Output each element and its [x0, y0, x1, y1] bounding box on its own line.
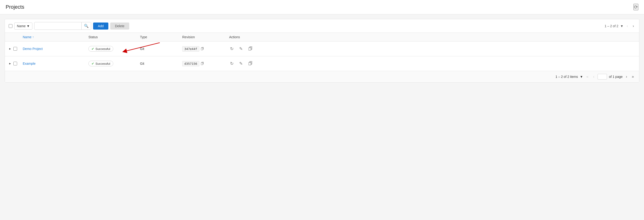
table-container: Name ▼ 🔍 Add Delete 1 – 2 of 2 ▼ ‹ ›: [5, 19, 639, 82]
header-name[interactable]: Name ↑: [23, 35, 88, 39]
header-status: Status: [88, 35, 140, 39]
filter-dropdown[interactable]: Name ▼: [14, 22, 32, 30]
row-expander-cell: ►: [9, 47, 23, 51]
check-circle-icon: ✔: [92, 47, 94, 51]
page-wrapper: Projects ⟳ Name ▼ 🔍 Add Delete 1 – 2 of …: [0, 0, 644, 87]
next-page-button-bottom[interactable]: ›: [624, 74, 628, 79]
page-title: Projects: [6, 4, 24, 10]
clone-button[interactable]: 🗍: [248, 46, 254, 52]
project-link[interactable]: Example: [23, 62, 36, 66]
toolbar-pagination: 1 – 2 of 2 ▼ ‹ ›: [604, 24, 635, 28]
filter-label: Name: [17, 24, 26, 28]
search-input[interactable]: [34, 23, 82, 29]
table-rows: ► Demo Project ✔ Successful Git 3: [5, 42, 639, 71]
add-button[interactable]: Add: [93, 22, 108, 30]
delete-button[interactable]: Delete: [110, 22, 129, 30]
copy-icon[interactable]: 🗍: [201, 47, 204, 51]
revision-value: 347e44f: [182, 46, 199, 52]
clone-button[interactable]: 🗍: [248, 60, 254, 67]
actions-cell: ↻ ✎ 🗍: [229, 45, 635, 52]
actions-cell: ↻ ✎ 🗍: [229, 60, 635, 67]
first-page-button[interactable]: «: [585, 74, 590, 79]
bottom-pagination-range: 1 – 2 of 2 items: [556, 75, 578, 78]
toolbar: Name ▼ 🔍 Add Delete 1 – 2 of 2 ▼ ‹ ›: [5, 19, 639, 33]
status-badge: ✔ Successful: [88, 61, 113, 66]
header-revision: Revision: [182, 35, 229, 39]
prev-page-button-bottom[interactable]: ‹: [592, 74, 596, 79]
table-header: Name ↑ Status Type Revision Actions: [5, 33, 639, 42]
page-number-input[interactable]: 1: [598, 74, 607, 80]
status-label: Successful: [96, 47, 110, 51]
revision-cell: 347e44f 🗍: [182, 46, 229, 52]
type-cell: Git: [140, 47, 182, 51]
type-cell: Git: [140, 62, 182, 66]
status-cell: ✔ Successful: [88, 46, 140, 52]
refresh-button[interactable]: ↻: [229, 45, 234, 52]
row-expand-icon[interactable]: ►: [9, 62, 12, 65]
refresh-button[interactable]: ↻: [229, 60, 234, 67]
status-label: Successful: [96, 62, 110, 66]
header-type: Type: [140, 35, 182, 39]
project-link[interactable]: Demo Project: [23, 47, 43, 51]
project-name-cell: Example: [23, 62, 88, 66]
sort-arrow-icon: ↑: [32, 36, 34, 39]
main-content: Name ▼ 🔍 Add Delete 1 – 2 of 2 ▼ ‹ ›: [0, 14, 644, 87]
revision-cell: d357156 🗍: [182, 61, 229, 66]
row-checkbox[interactable]: [13, 62, 17, 66]
last-page-button[interactable]: »: [630, 74, 635, 79]
header-expander: [9, 35, 23, 39]
row-expander-cell: ►: [9, 62, 23, 66]
row-expand-icon[interactable]: ►: [9, 47, 12, 50]
select-all-checkbox[interactable]: [9, 24, 12, 28]
status-badge: ✔ Successful: [88, 46, 113, 52]
search-input-wrapper: 🔍: [34, 22, 91, 30]
header-actions: Actions: [229, 35, 635, 39]
chevron-down-icon: ▼: [26, 24, 30, 28]
row-checkbox[interactable]: [13, 47, 17, 51]
history-button[interactable]: ⟳: [634, 4, 638, 10]
edit-button[interactable]: ✎: [238, 60, 244, 67]
table-row: ► Example ✔ Successful Git d35715: [5, 56, 639, 71]
prev-page-button[interactable]: ‹: [625, 24, 629, 28]
chevron-down-icon-pagination: ▼: [620, 24, 623, 28]
check-circle-icon: ✔: [92, 62, 94, 66]
edit-button[interactable]: ✎: [238, 45, 244, 52]
pagination-range: 1 – 2 of 2: [604, 24, 618, 28]
project-name-cell: Demo Project: [23, 47, 88, 51]
bottom-pagination: 1 – 2 of 2 items ▼ « ‹ 1 of 1 page › »: [5, 71, 639, 82]
chevron-down-icon-bottom: ▼: [580, 75, 583, 78]
copy-icon[interactable]: 🗍: [201, 62, 204, 66]
of-page-label: of 1 page: [609, 75, 622, 78]
status-cell: ✔ Successful: [88, 61, 140, 66]
revision-value: d357156: [182, 61, 199, 66]
table-row: ► Demo Project ✔ Successful Git 3: [5, 42, 639, 56]
page-header: Projects ⟳: [0, 0, 644, 14]
search-button[interactable]: 🔍: [82, 22, 91, 30]
next-page-button[interactable]: ›: [631, 24, 635, 28]
